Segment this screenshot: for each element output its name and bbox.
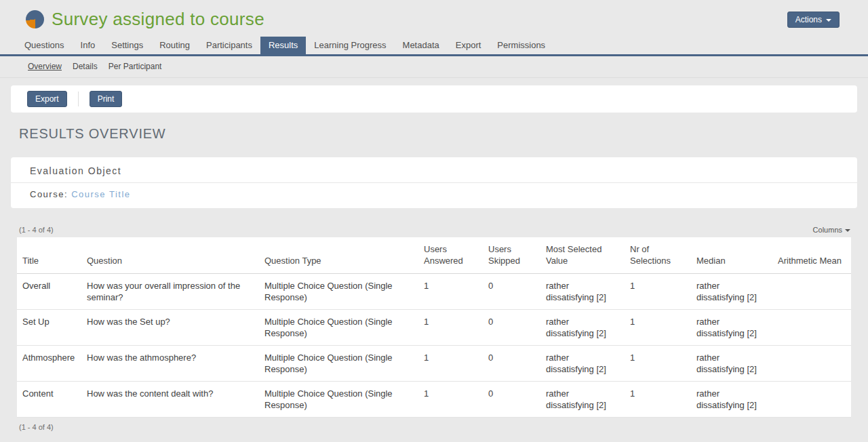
column-header-median: Median [691, 237, 772, 274]
cell-users-answered: 1 [418, 274, 483, 310]
cell-arithmetic-mean [772, 382, 851, 418]
toolbar: Export Print [11, 85, 857, 113]
table-row: Content How was the content dealt with? … [17, 382, 851, 418]
cell-users-skipped: 0 [483, 274, 540, 310]
table-header-bar: (1 - 4 of 4) Columns [19, 226, 850, 234]
evaluation-object-panel: Evaluation Object Course: Course Title [11, 157, 857, 208]
page: Survey assigned to course Actions Questi… [0, 0, 868, 431]
cell-users-skipped: 0 [483, 346, 540, 382]
cell-question: How was the athmosphere? [81, 346, 259, 382]
tab-permissions[interactable]: Permissions [489, 37, 553, 54]
cell-most-selected-value: rather dissatisfying [2] [540, 310, 625, 346]
cell-nr-of-selections: 1 [625, 382, 691, 418]
column-header-most-selected-value: Most Selected Value [540, 237, 625, 274]
column-header-title: Title [17, 237, 81, 274]
table-row: Athmosphere How was the athmosphere? Mul… [17, 346, 851, 382]
caret-down-icon [845, 229, 850, 232]
subtab-per-participant[interactable]: Per Participant [103, 60, 167, 73]
tab-export[interactable]: Export [448, 37, 490, 54]
table-row: Overall How was your overall impression … [17, 274, 851, 310]
cell-title: Overall [17, 274, 81, 310]
cell-question-type: Multiple Choice Question (Single Respons… [259, 274, 418, 310]
header: Survey assigned to course Actions [0, 0, 868, 35]
print-button[interactable]: Print [90, 91, 123, 107]
tab-info[interactable]: Info [73, 37, 104, 54]
cell-title: Content [17, 382, 81, 418]
cell-arithmetic-mean [772, 274, 851, 310]
results-table: Title Question Question Type Users Answe… [17, 237, 851, 418]
results-table-container: Title Question Question Type Users Answe… [17, 237, 851, 418]
tab-participants[interactable]: Participants [198, 37, 260, 54]
cell-nr-of-selections: 1 [625, 346, 691, 382]
cell-question-type: Multiple Choice Question (Single Respons… [259, 346, 418, 382]
table-row: Set Up How was the Set up? Multiple Choi… [17, 310, 851, 346]
tab-routing[interactable]: Routing [151, 37, 198, 54]
actions-button-label: Actions [795, 15, 822, 24]
cell-users-answered: 1 [418, 382, 483, 418]
table-header-row: Title Question Question Type Users Answe… [17, 237, 851, 274]
tab-metadata[interactable]: Metadata [395, 37, 448, 54]
cell-median: rather dissatisfying [2] [691, 382, 772, 418]
main-tabs: Questions Info Settings Routing Particip… [0, 37, 868, 56]
columns-dropdown-label: Columns [813, 226, 842, 234]
cell-median: rather dissatisfying [2] [691, 346, 772, 382]
pagination-bottom: (1 - 4 of 4) [19, 423, 849, 431]
sub-tabs: Overview Details Per Participant [0, 56, 868, 78]
column-header-arithmetic-mean: Arithmetic Mean [772, 237, 851, 274]
cell-median: rather dissatisfying [2] [691, 310, 772, 346]
column-header-question-type: Question Type [259, 237, 418, 274]
cell-median: rather dissatisfying [2] [691, 274, 772, 310]
tab-learning-progress[interactable]: Learning Progress [306, 37, 394, 54]
column-header-users-skipped: Users Skipped [483, 237, 540, 274]
evaluation-object-body: Course: Course Title [11, 183, 857, 208]
cell-users-answered: 1 [418, 310, 483, 346]
column-header-users-answered: Users Answered [418, 237, 483, 274]
toolbar-separator [78, 92, 79, 106]
cell-most-selected-value: rather dissatisfying [2] [540, 382, 625, 418]
cell-users-skipped: 0 [483, 382, 540, 418]
cell-most-selected-value: rather dissatisfying [2] [540, 346, 625, 382]
page-title: Survey assigned to course [52, 9, 264, 30]
cell-users-answered: 1 [418, 346, 483, 382]
evaluation-object-title: Evaluation Object [11, 157, 857, 183]
pie-chart-logo-icon [26, 10, 44, 28]
caret-down-icon [826, 19, 831, 22]
column-header-nr-of-selections: Nr of Selections [625, 237, 691, 274]
actions-button[interactable]: Actions [787, 12, 840, 28]
cell-question: How was the content dealt with? [81, 382, 259, 418]
cell-title: Athmosphere [17, 346, 81, 382]
columns-dropdown[interactable]: Columns [813, 226, 850, 234]
cell-question: How was your overall impression of the s… [81, 274, 259, 310]
course-title-link[interactable]: Course Title [71, 189, 130, 199]
cell-arithmetic-mean [772, 310, 851, 346]
cell-nr-of-selections: 1 [625, 310, 691, 346]
cell-question-type: Multiple Choice Question (Single Respons… [259, 382, 418, 418]
cell-arithmetic-mean [772, 346, 851, 382]
pagination-top: (1 - 4 of 4) [19, 226, 54, 234]
cell-question-type: Multiple Choice Question (Single Respons… [259, 310, 418, 346]
results-overview-heading: RESULTS OVERVIEW [19, 126, 849, 142]
course-label: Course: [30, 189, 68, 199]
tab-questions[interactable]: Questions [16, 37, 73, 54]
cell-title: Set Up [17, 310, 81, 346]
subtab-overview[interactable]: Overview [22, 60, 67, 73]
cell-question: How was the Set up? [81, 310, 259, 346]
cell-nr-of-selections: 1 [625, 274, 691, 310]
tab-settings[interactable]: Settings [103, 37, 151, 54]
cell-users-skipped: 0 [483, 310, 540, 346]
export-button[interactable]: Export [27, 91, 67, 107]
subtab-details[interactable]: Details [67, 60, 103, 73]
column-header-question: Question [81, 237, 259, 274]
tab-results[interactable]: Results [260, 37, 306, 54]
cell-most-selected-value: rather dissatisfying [2] [540, 274, 625, 310]
